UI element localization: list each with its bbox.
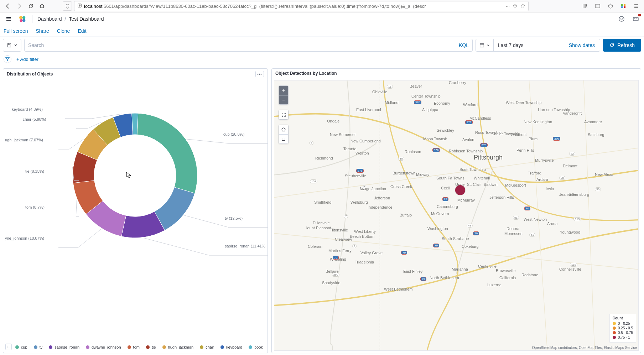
header-right xyxy=(618,15,640,23)
show-dates-link[interactable]: Show dates xyxy=(564,42,600,48)
legend-swatch xyxy=(49,345,52,349)
nav-toggle-icon[interactable] xyxy=(4,15,13,23)
panel-header: Distribution of Objects ••• xyxy=(3,69,268,79)
svg-rect-8 xyxy=(621,6,623,8)
donut-chart[interactable]: cup (28.8%) tv (12.5%) saoirse_ronan (11… xyxy=(3,79,268,353)
map-city-label: Cross Creek xyxy=(390,184,412,189)
filter-options-icon[interactable] xyxy=(4,55,11,63)
legend-swatch xyxy=(86,345,89,349)
map-controls: ＋ － xyxy=(279,85,289,144)
legend-item[interactable]: chair xyxy=(200,345,214,349)
divider xyxy=(32,15,32,23)
refresh-button[interactable]: Refresh xyxy=(603,39,641,52)
map-city-label: Redstone xyxy=(521,273,538,277)
map-city-label: Sewickley xyxy=(437,128,454,132)
sidebar-icon[interactable] xyxy=(593,1,603,11)
shield-icon[interactable] xyxy=(63,1,72,11)
legend-swatch xyxy=(220,345,224,349)
legend-item[interactable]: dwayne_johnson xyxy=(86,345,121,349)
road-shield: 119 xyxy=(573,217,581,221)
legend-toggle-icon[interactable] xyxy=(5,344,12,350)
page-info-icon[interactable] xyxy=(77,3,82,9)
elastic-logo-icon[interactable] xyxy=(19,15,26,23)
zoom-out-icon[interactable]: － xyxy=(279,95,288,104)
legend-item[interactable]: book xyxy=(249,345,263,349)
svg-point-18 xyxy=(7,345,7,346)
legend-range-label: 0.75 - 1 xyxy=(618,335,630,339)
legend-swatch xyxy=(200,345,203,349)
search-input-wrap: KQL xyxy=(24,39,473,52)
legend-item[interactable]: saoirse_ronan xyxy=(49,345,79,349)
legend-item[interactable]: tom xyxy=(128,345,140,349)
map-city-label: Cranberry xyxy=(449,80,466,85)
legend-item[interactable]: tv xyxy=(34,345,43,349)
panel-distribution: Distribution of Objects ••• cup (28.8%) … xyxy=(3,68,268,353)
road-shield: 579 xyxy=(480,143,488,147)
map-canvas[interactable]: PittsburghBeaverOhiovilleCenter Township… xyxy=(274,80,639,351)
forward-icon[interactable] xyxy=(14,1,24,11)
slice-label-saoirse: saoirse_ronan (11.41% xyxy=(225,244,265,248)
fullscreen-link[interactable]: Full screen xyxy=(4,28,28,34)
legend-swatch xyxy=(249,345,252,349)
help-icon[interactable] xyxy=(618,15,625,23)
url-bar[interactable]: localhost :5601/app/dashboards#/view/111… xyxy=(74,1,529,11)
kql-toggle[interactable]: KQL xyxy=(459,42,469,48)
home-icon[interactable] xyxy=(37,1,47,11)
map-city-label: Irwin xyxy=(546,187,554,191)
chevron-down-icon xyxy=(14,43,17,47)
legend-swatch xyxy=(34,345,37,349)
menu-icon[interactable] xyxy=(631,1,641,11)
url-bar-wrap: localhost :5601/app/dashboards#/view/111… xyxy=(63,1,529,11)
reload-icon[interactable] xyxy=(26,1,36,11)
map-city-label: Burgettstown xyxy=(393,171,415,175)
map-city-label: Colerain xyxy=(308,244,322,249)
dashboard-grid: Distribution of Objects ••• cup (28.8%) … xyxy=(0,66,644,355)
zoom-in-icon[interactable]: ＋ xyxy=(279,86,288,95)
saved-query-button[interactable] xyxy=(3,39,21,52)
panel-map: Object Detections by Location xyxy=(271,68,641,353)
legend-item[interactable]: cup xyxy=(15,345,27,349)
date-picker: Last 7 days Show dates xyxy=(476,39,600,52)
share-link[interactable]: Share xyxy=(36,28,49,34)
ellipsis-icon[interactable]: ··· xyxy=(506,4,510,9)
map-attribution: OpenStreetMap contributors, OpenMapTiles… xyxy=(532,346,637,350)
extensions-icon[interactable] xyxy=(618,1,628,11)
draw-bounds-icon[interactable] xyxy=(279,134,288,143)
reader-icon[interactable] xyxy=(513,3,518,9)
clone-link[interactable]: Clone xyxy=(57,28,70,34)
chevron-down-icon xyxy=(487,44,490,47)
newsfeed-icon[interactable] xyxy=(632,15,640,23)
map-city-label: Saltsburg xyxy=(588,132,604,137)
legend-label: keyboard xyxy=(226,345,242,349)
map-city-label: Center Township xyxy=(411,94,441,98)
fit-bounds-icon[interactable] xyxy=(279,110,288,119)
legend-item[interactable]: tie xyxy=(146,345,156,349)
back-icon[interactable] xyxy=(3,1,13,11)
notification-badge xyxy=(638,14,641,16)
library-icon[interactable] xyxy=(580,1,590,11)
legend-label: saoirse_ronan xyxy=(54,345,79,349)
map-city-label: Cokeburg xyxy=(462,244,479,249)
account-icon[interactable] xyxy=(606,1,616,11)
donut-legend: cuptvsaoirse_ronandwayne_johnsontomtiehu… xyxy=(15,345,264,349)
detection-cluster[interactable] xyxy=(455,185,465,195)
map-legend-row: 0.5 - 0.75 xyxy=(613,331,633,335)
panel-options-icon[interactable]: ••• xyxy=(255,71,264,77)
road-shield: 376 xyxy=(356,169,364,173)
url-host: localhost xyxy=(84,4,102,9)
legend-item[interactable]: keyboard xyxy=(220,345,242,349)
svg-point-5 xyxy=(610,5,611,6)
panel-header: Object Detections by Location xyxy=(272,69,641,78)
date-quick-button[interactable] xyxy=(476,39,494,51)
legend-swatch xyxy=(613,331,616,334)
bookmark-star-icon[interactable] xyxy=(520,3,525,9)
add-filter-button[interactable]: + Add filter xyxy=(16,57,38,62)
date-range-label[interactable]: Last 7 days xyxy=(494,42,528,48)
edit-link[interactable]: Edit xyxy=(78,28,86,34)
breadcrumb-dashboard[interactable]: Dashboard xyxy=(37,16,62,22)
map-city-label: Youngwood xyxy=(560,230,580,234)
draw-polygon-icon[interactable] xyxy=(279,125,288,134)
map-city-label: Richmond xyxy=(315,156,333,160)
search-input[interactable] xyxy=(28,42,455,48)
legend-item[interactable]: hugh_jackman xyxy=(162,345,194,349)
